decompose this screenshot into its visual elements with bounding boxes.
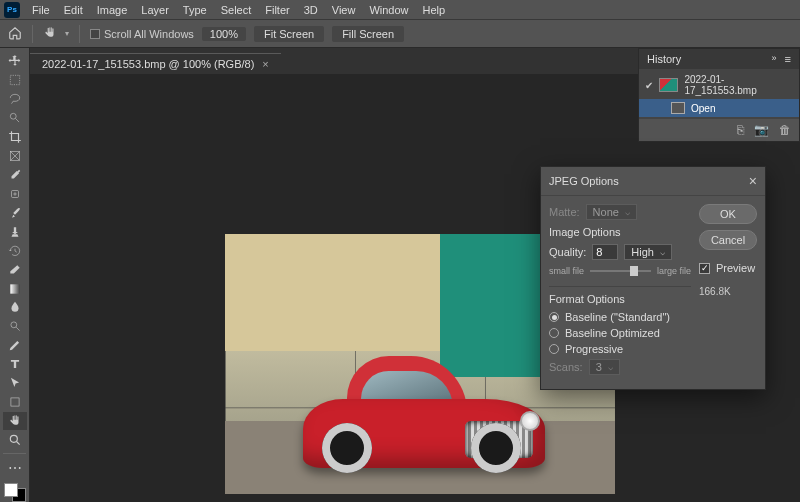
lasso-tool[interactable]	[3, 90, 27, 109]
hand-tool[interactable]	[3, 412, 27, 431]
shape-tool[interactable]	[3, 393, 27, 412]
history-step-open[interactable]: Open	[639, 99, 799, 117]
dodge-tool[interactable]	[3, 317, 27, 336]
eyedropper-tool[interactable]	[3, 166, 27, 185]
scans-label: Scans:	[549, 361, 583, 373]
crop-tool[interactable]	[3, 128, 27, 147]
snapshot-name: 2022-01-17_151553.bmp	[684, 74, 793, 96]
filesize-readout: 166.8K	[699, 286, 757, 297]
fill-screen-button[interactable]: Fill Screen	[332, 26, 404, 42]
pen-tool[interactable]	[3, 336, 27, 355]
foreground-color-swatch[interactable]	[4, 483, 18, 497]
blur-tool[interactable]	[3, 298, 27, 317]
quick-select-tool[interactable]	[3, 109, 27, 128]
toolbar-divider	[3, 453, 26, 454]
path-select-tool[interactable]	[3, 374, 27, 393]
divider	[79, 25, 80, 43]
preview-label: Preview	[716, 262, 755, 274]
dialog-titlebar[interactable]: JPEG Options ×	[541, 167, 765, 196]
scroll-all-windows-checkbox[interactable]: Scroll All Windows	[90, 28, 194, 40]
matte-select: None	[586, 204, 637, 220]
menu-3d[interactable]: 3D	[298, 2, 324, 18]
radio-icon	[549, 312, 559, 322]
quality-slider[interactable]	[590, 270, 651, 272]
slider-large-label: large file	[657, 266, 691, 276]
menu-file[interactable]: File	[26, 2, 56, 18]
move-tool[interactable]	[3, 52, 27, 71]
type-tool[interactable]	[3, 355, 27, 374]
svg-rect-6	[10, 398, 18, 406]
svg-point-7	[10, 435, 17, 442]
menu-select[interactable]: Select	[215, 2, 258, 18]
clone-stamp-tool[interactable]	[3, 222, 27, 241]
menu-window[interactable]: Window	[363, 2, 414, 18]
close-dialog-icon[interactable]: ×	[749, 173, 757, 189]
dialog-title: JPEG Options	[549, 175, 619, 187]
preview-checkbox[interactable]	[699, 263, 710, 274]
svg-point-5	[10, 322, 16, 328]
slider-small-label: small file	[549, 266, 584, 276]
create-snapshot-icon[interactable]: 📷	[754, 123, 769, 137]
menu-image[interactable]: Image	[91, 2, 134, 18]
tool-preset-dropdown[interactable]: ▾	[65, 29, 69, 38]
snapshot-thumbnail	[659, 78, 678, 92]
options-bar: ▾ Scroll All Windows 100% Fit Screen Fil…	[0, 20, 800, 48]
svg-point-1	[10, 114, 16, 120]
scroll-all-label: Scroll All Windows	[104, 28, 194, 40]
edit-toolbar[interactable]: ⋯	[3, 458, 27, 477]
collapse-panel-icon[interactable]: »	[772, 53, 777, 65]
close-tab-icon[interactable]: ×	[262, 58, 268, 70]
create-document-icon[interactable]: ⎘	[737, 123, 744, 137]
menu-filter[interactable]: Filter	[259, 2, 295, 18]
gradient-tool[interactable]	[3, 279, 27, 298]
home-icon[interactable]	[8, 26, 22, 42]
radio-icon	[549, 328, 559, 338]
zoom-tool[interactable]	[3, 430, 27, 449]
history-step-label: Open	[691, 103, 715, 114]
menu-view[interactable]: View	[326, 2, 362, 18]
fit-screen-button[interactable]: Fit Screen	[254, 26, 324, 42]
menu-help[interactable]: Help	[417, 2, 452, 18]
color-swatches[interactable]	[4, 483, 26, 502]
checkbox-icon	[90, 29, 100, 39]
menu-edit[interactable]: Edit	[58, 2, 89, 18]
divider	[32, 25, 33, 43]
zoom-level[interactable]: 100%	[202, 27, 246, 41]
quality-input[interactable]	[592, 244, 618, 260]
hand-tool-icon[interactable]	[43, 26, 57, 42]
brush-icon: ✔	[645, 80, 653, 91]
radio-baseline-optimized[interactable]: Baseline Optimized	[549, 327, 691, 339]
delete-state-icon[interactable]: 🗑	[779, 123, 791, 137]
radio-icon	[549, 344, 559, 354]
menu-type[interactable]: Type	[177, 2, 213, 18]
frame-tool[interactable]	[3, 147, 27, 166]
history-panel-title: History	[647, 53, 681, 65]
history-snapshot[interactable]: ✔ 2022-01-17_151553.bmp	[639, 71, 799, 99]
marquee-tool[interactable]	[3, 71, 27, 90]
tools-panel: ⋯	[0, 48, 30, 502]
app-logo: Ps	[4, 2, 20, 18]
quality-preset-select[interactable]: High	[624, 244, 672, 260]
history-panel: History » ≡ ✔ 2022-01-17_151553.bmp Open…	[638, 48, 800, 142]
matte-label: Matte:	[549, 206, 580, 218]
radio-baseline-standard[interactable]: Baseline ("Standard")	[549, 311, 691, 323]
svg-rect-4	[10, 284, 19, 293]
radio-progressive[interactable]: Progressive	[549, 343, 691, 355]
brush-tool[interactable]	[3, 203, 27, 222]
quality-label: Quality:	[549, 246, 586, 258]
menubar: Ps File Edit Image Layer Type Select Fil…	[0, 0, 800, 20]
document-tab[interactable]: 2022-01-17_151553.bmp @ 100% (RGB/8) ×	[30, 53, 281, 74]
document-tab-title: 2022-01-17_151553.bmp @ 100% (RGB/8)	[42, 58, 254, 70]
open-step-icon	[671, 102, 685, 114]
ok-button[interactable]: OK	[699, 204, 757, 224]
cancel-button[interactable]: Cancel	[699, 230, 757, 250]
slider-thumb[interactable]	[630, 266, 638, 276]
history-brush-tool[interactable]	[3, 241, 27, 260]
eraser-tool[interactable]	[3, 260, 27, 279]
jpeg-options-dialog: JPEG Options × Matte: None Image Options…	[540, 166, 766, 390]
panel-menu-icon[interactable]: ≡	[785, 53, 791, 65]
scans-select: 3	[589, 359, 620, 375]
menu-layer[interactable]: Layer	[135, 2, 175, 18]
healing-brush-tool[interactable]	[3, 184, 27, 203]
format-options-heading: Format Options	[549, 293, 691, 305]
